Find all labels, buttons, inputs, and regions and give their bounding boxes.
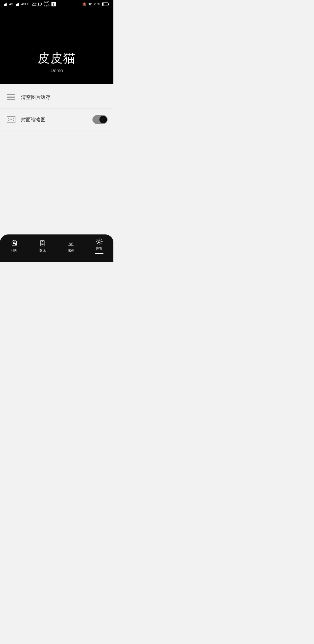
status-bar: 4G+ 4GHD 22:19 0.00 KB/s S 🔕	[0, 0, 113, 8]
mute-icon: 🔕	[82, 2, 86, 6]
s-app-icon: S	[51, 2, 56, 6]
status-left: 4G+ 4GHD 22:19 0.00 KB/s S	[4, 1, 56, 7]
svg-rect-10	[102, 3, 104, 6]
status-right: 🔕 23%	[82, 2, 109, 6]
svg-text:S: S	[52, 3, 54, 6]
svg-point-26	[98, 241, 100, 243]
cache-label: 缓存	[68, 248, 74, 252]
hero-section: 皮皮猫 Demo	[0, 8, 113, 84]
app-title: 皮皮猫	[38, 50, 76, 66]
nav-item-settings[interactable]: 设置	[85, 238, 114, 254]
time: 22:19	[32, 2, 42, 6]
svg-point-19	[8, 120, 9, 121]
discover-icon	[39, 239, 46, 247]
nav-item-cache[interactable]: 缓存	[57, 239, 85, 252]
nav-item-subscribe[interactable]: 订阅	[0, 239, 28, 252]
network-signal-2	[16, 2, 20, 6]
svg-rect-2	[6, 3, 7, 6]
clear-cache-label: 清空图片缓存	[21, 94, 108, 101]
cover-thumbnail-toggle[interactable]	[92, 115, 108, 124]
speed: 0.00 KB/s	[44, 1, 50, 7]
svg-rect-11	[108, 3, 109, 5]
svg-rect-23	[42, 241, 43, 242]
svg-rect-5	[18, 3, 19, 6]
settings-label: 设置	[96, 247, 102, 251]
battery-percent: 23%	[94, 2, 100, 6]
network-type-1: 4G+	[9, 3, 15, 6]
nav-item-discover[interactable]: 发现	[28, 239, 57, 252]
svg-rect-3	[16, 4, 17, 6]
active-bar	[95, 253, 104, 254]
cover-thumbnail-icon	[6, 114, 16, 125]
clear-cache-item[interactable]: 清空图片缓存	[0, 86, 113, 108]
toggle-thumb	[99, 116, 107, 123]
cover-thumbnail-item[interactable]: 封面缩略图	[0, 108, 113, 131]
bottom-nav: 订阅 发现 缓存	[0, 234, 113, 262]
svg-point-18	[13, 118, 14, 119]
svg-point-16	[8, 118, 9, 119]
battery-icon	[102, 2, 109, 6]
network-signal-1	[4, 2, 8, 6]
discover-label: 发现	[39, 248, 46, 252]
svg-rect-4	[17, 3, 18, 6]
cover-thumbnail-label: 封面缩略图	[21, 116, 88, 123]
svg-rect-1	[5, 3, 6, 6]
toggle-track	[92, 115, 108, 124]
svg-rect-0	[4, 4, 5, 6]
svg-point-20	[13, 120, 14, 121]
network-type-2: 4GHD	[21, 3, 29, 6]
app-subtitle: Demo	[51, 68, 63, 73]
subscribe-icon	[10, 239, 18, 247]
subscribe-label: 订阅	[11, 248, 17, 252]
svg-point-21	[10, 119, 12, 120]
settings-icon	[95, 238, 103, 245]
clear-cache-icon	[6, 92, 16, 102]
svg-rect-14	[7, 99, 15, 100]
svg-text:🔕: 🔕	[82, 2, 86, 6]
cache-icon	[67, 239, 75, 247]
svg-rect-12	[7, 94, 15, 95]
settings-list: 清空图片缓存 封面缩略图	[0, 84, 113, 234]
wifi-icon	[88, 2, 92, 6]
svg-rect-13	[7, 97, 15, 98]
